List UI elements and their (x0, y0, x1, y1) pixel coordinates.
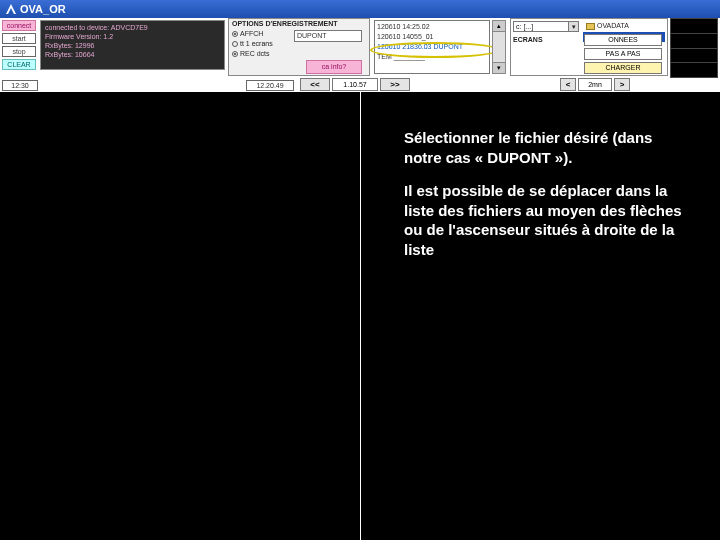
screens-label: ECRANS (513, 36, 543, 43)
mode-button[interactable]: PAS A PAS (584, 48, 662, 60)
nav-time: 1.10.57 (332, 78, 378, 91)
slot (671, 34, 717, 49)
left-button-column: connect start stop CLEAR (2, 20, 38, 72)
chevron-down-icon: ▾ (568, 22, 578, 31)
status-device: connected to device: ADVCD7E9 (45, 23, 220, 32)
radio-icon (232, 41, 238, 47)
folder-icon (586, 23, 595, 30)
ca-info-button[interactable]: ca info? (306, 60, 362, 74)
clear-button[interactable]: CLEAR (2, 59, 36, 70)
instruction-text: Sélectionner le fichier désiré (dans not… (404, 128, 694, 273)
zoom-in-button[interactable]: > (614, 78, 630, 91)
time-mid: 12.20.49 (246, 80, 294, 91)
radio-recdcts[interactable]: REC dcts (229, 49, 369, 59)
app-icon (6, 4, 16, 14)
charger-button[interactable]: CHARGER (584, 62, 662, 74)
file-list[interactable]: 120610 14:25.02 120610 14055_01 120610 2… (374, 20, 490, 74)
radio-icon (232, 51, 238, 57)
zoom-out-button[interactable]: < (560, 78, 576, 91)
right-button-stack: ONNEES PAS A PAS CHARGER (584, 34, 662, 74)
next-button[interactable]: >> (380, 78, 410, 91)
instruction-p2: Il est possible de se déplacer dans la l… (404, 181, 694, 259)
file-row-selected[interactable]: 120610 21836.03 DUPONT (377, 42, 487, 52)
scroll-down-icon[interactable]: ▾ (493, 62, 505, 73)
status-rx1: RxBytes: 12996 (45, 41, 220, 50)
status-firmware: Firmware Version: 1.2 (45, 32, 220, 41)
drive-combo[interactable]: c: [...] ▾ (513, 21, 579, 32)
status-rx2: RxBytes: 10664 (45, 50, 220, 59)
instruction-p1: Sélectionner le fichier désiré (dans not… (404, 128, 694, 167)
nav-row: << 1.10.57 >> (300, 78, 410, 91)
file-row[interactable]: 120610 14:25.02 (377, 22, 487, 32)
vertical-divider (360, 92, 361, 540)
radio-icon (232, 31, 238, 37)
prev-button[interactable]: << (300, 78, 330, 91)
onnees-button[interactable]: ONNEES (584, 34, 662, 46)
start-button[interactable]: start (2, 33, 36, 44)
file-scrollbar[interactable]: ▴ ▾ (492, 20, 506, 74)
slot (671, 19, 717, 34)
connect-button[interactable]: connect (2, 20, 36, 31)
slot (671, 49, 717, 64)
zoom-value: 2mn (578, 78, 612, 91)
scroll-up-icon[interactable]: ▴ (493, 21, 505, 32)
black-slot-column (670, 18, 718, 78)
zoom-nav: < 2mn > (560, 78, 630, 91)
file-row[interactable]: TEM ________ (377, 52, 487, 62)
time-left: 12:30 (2, 80, 38, 91)
stop-button[interactable]: stop (2, 46, 36, 57)
slot (671, 63, 717, 77)
file-row[interactable]: 120610 14055_01 (377, 32, 487, 42)
folder-ovadata[interactable]: OVADATA (583, 21, 632, 31)
name-field[interactable]: DUPONT (294, 30, 362, 42)
options-header: OPTIONS D'ENREGISTREMENT (229, 19, 369, 29)
embedded-screenshot: OVA_OR connect start stop CLEAR disconne… (0, 0, 720, 92)
window-titlebar: OVA_OR (0, 0, 720, 18)
status-panel: connected to device: ADVCD7E9 Firmware V… (40, 20, 225, 70)
window-title: OVA_OR (20, 0, 66, 18)
